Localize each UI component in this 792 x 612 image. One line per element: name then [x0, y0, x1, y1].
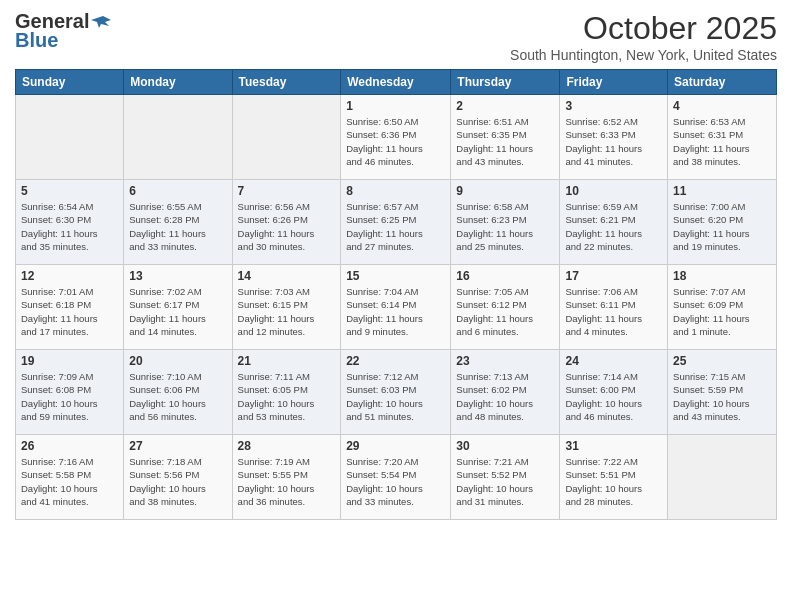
day-cell: 11Sunrise: 7:00 AMSunset: 6:20 PMDayligh…	[668, 180, 777, 265]
day-cell: 16Sunrise: 7:05 AMSunset: 6:12 PMDayligh…	[451, 265, 560, 350]
day-info: Sunrise: 7:12 AMSunset: 6:03 PMDaylight:…	[346, 370, 445, 423]
day-info: Sunrise: 7:09 AMSunset: 6:08 PMDaylight:…	[21, 370, 118, 423]
day-number: 8	[346, 184, 445, 198]
day-number: 23	[456, 354, 554, 368]
day-number: 15	[346, 269, 445, 283]
day-cell: 18Sunrise: 7:07 AMSunset: 6:09 PMDayligh…	[668, 265, 777, 350]
day-number: 11	[673, 184, 771, 198]
day-cell: 30Sunrise: 7:21 AMSunset: 5:52 PMDayligh…	[451, 435, 560, 520]
day-cell: 15Sunrise: 7:04 AMSunset: 6:14 PMDayligh…	[341, 265, 451, 350]
day-info: Sunrise: 7:13 AMSunset: 6:02 PMDaylight:…	[456, 370, 554, 423]
day-number: 4	[673, 99, 771, 113]
week-row-5: 26Sunrise: 7:16 AMSunset: 5:58 PMDayligh…	[16, 435, 777, 520]
day-info: Sunrise: 6:53 AMSunset: 6:31 PMDaylight:…	[673, 115, 771, 168]
week-row-4: 19Sunrise: 7:09 AMSunset: 6:08 PMDayligh…	[16, 350, 777, 435]
day-info: Sunrise: 6:58 AMSunset: 6:23 PMDaylight:…	[456, 200, 554, 253]
day-number: 19	[21, 354, 118, 368]
header-monday: Monday	[124, 70, 232, 95]
day-cell: 31Sunrise: 7:22 AMSunset: 5:51 PMDayligh…	[560, 435, 668, 520]
day-number: 26	[21, 439, 118, 453]
day-info: Sunrise: 7:15 AMSunset: 5:59 PMDaylight:…	[673, 370, 771, 423]
logo: General Blue	[15, 10, 111, 52]
day-cell: 25Sunrise: 7:15 AMSunset: 5:59 PMDayligh…	[668, 350, 777, 435]
day-cell: 4Sunrise: 6:53 AMSunset: 6:31 PMDaylight…	[668, 95, 777, 180]
logo-bird-icon	[91, 12, 111, 32]
logo-blue-text: Blue	[15, 29, 58, 52]
title-area: October 2025 South Huntington, New York,…	[510, 10, 777, 63]
svg-marker-0	[91, 16, 111, 28]
day-number: 28	[238, 439, 336, 453]
day-info: Sunrise: 7:07 AMSunset: 6:09 PMDaylight:…	[673, 285, 771, 338]
day-info: Sunrise: 7:02 AMSunset: 6:17 PMDaylight:…	[129, 285, 226, 338]
day-info: Sunrise: 6:50 AMSunset: 6:36 PMDaylight:…	[346, 115, 445, 168]
day-cell: 23Sunrise: 7:13 AMSunset: 6:02 PMDayligh…	[451, 350, 560, 435]
day-cell: 2Sunrise: 6:51 AMSunset: 6:35 PMDaylight…	[451, 95, 560, 180]
day-cell: 12Sunrise: 7:01 AMSunset: 6:18 PMDayligh…	[16, 265, 124, 350]
day-number: 21	[238, 354, 336, 368]
day-number: 29	[346, 439, 445, 453]
day-info: Sunrise: 7:19 AMSunset: 5:55 PMDaylight:…	[238, 455, 336, 508]
header-row: SundayMondayTuesdayWednesdayThursdayFrid…	[16, 70, 777, 95]
day-info: Sunrise: 7:22 AMSunset: 5:51 PMDaylight:…	[565, 455, 662, 508]
day-cell: 21Sunrise: 7:11 AMSunset: 6:05 PMDayligh…	[232, 350, 341, 435]
day-cell: 5Sunrise: 6:54 AMSunset: 6:30 PMDaylight…	[16, 180, 124, 265]
day-cell: 29Sunrise: 7:20 AMSunset: 5:54 PMDayligh…	[341, 435, 451, 520]
calendar-table: SundayMondayTuesdayWednesdayThursdayFrid…	[15, 69, 777, 520]
header-thursday: Thursday	[451, 70, 560, 95]
day-info: Sunrise: 6:52 AMSunset: 6:33 PMDaylight:…	[565, 115, 662, 168]
day-number: 5	[21, 184, 118, 198]
day-cell: 14Sunrise: 7:03 AMSunset: 6:15 PMDayligh…	[232, 265, 341, 350]
week-row-1: 1Sunrise: 6:50 AMSunset: 6:36 PMDaylight…	[16, 95, 777, 180]
day-info: Sunrise: 6:55 AMSunset: 6:28 PMDaylight:…	[129, 200, 226, 253]
day-info: Sunrise: 7:05 AMSunset: 6:12 PMDaylight:…	[456, 285, 554, 338]
day-number: 25	[673, 354, 771, 368]
day-number: 13	[129, 269, 226, 283]
day-info: Sunrise: 7:20 AMSunset: 5:54 PMDaylight:…	[346, 455, 445, 508]
day-cell: 7Sunrise: 6:56 AMSunset: 6:26 PMDaylight…	[232, 180, 341, 265]
day-number: 22	[346, 354, 445, 368]
day-number: 9	[456, 184, 554, 198]
day-cell	[668, 435, 777, 520]
day-number: 12	[21, 269, 118, 283]
day-cell: 9Sunrise: 6:58 AMSunset: 6:23 PMDaylight…	[451, 180, 560, 265]
day-number: 30	[456, 439, 554, 453]
week-row-2: 5Sunrise: 6:54 AMSunset: 6:30 PMDaylight…	[16, 180, 777, 265]
day-number: 6	[129, 184, 226, 198]
day-cell: 3Sunrise: 6:52 AMSunset: 6:33 PMDaylight…	[560, 95, 668, 180]
day-info: Sunrise: 7:06 AMSunset: 6:11 PMDaylight:…	[565, 285, 662, 338]
day-cell: 13Sunrise: 7:02 AMSunset: 6:17 PMDayligh…	[124, 265, 232, 350]
day-info: Sunrise: 7:16 AMSunset: 5:58 PMDaylight:…	[21, 455, 118, 508]
day-number: 18	[673, 269, 771, 283]
day-number: 3	[565, 99, 662, 113]
day-number: 10	[565, 184, 662, 198]
header-sunday: Sunday	[16, 70, 124, 95]
header-friday: Friday	[560, 70, 668, 95]
day-info: Sunrise: 7:04 AMSunset: 6:14 PMDaylight:…	[346, 285, 445, 338]
day-cell: 27Sunrise: 7:18 AMSunset: 5:56 PMDayligh…	[124, 435, 232, 520]
month-title: October 2025	[510, 10, 777, 47]
day-number: 24	[565, 354, 662, 368]
day-cell: 20Sunrise: 7:10 AMSunset: 6:06 PMDayligh…	[124, 350, 232, 435]
day-cell: 19Sunrise: 7:09 AMSunset: 6:08 PMDayligh…	[16, 350, 124, 435]
location-subtitle: South Huntington, New York, United State…	[510, 47, 777, 63]
day-cell: 6Sunrise: 6:55 AMSunset: 6:28 PMDaylight…	[124, 180, 232, 265]
day-info: Sunrise: 6:59 AMSunset: 6:21 PMDaylight:…	[565, 200, 662, 253]
day-cell: 24Sunrise: 7:14 AMSunset: 6:00 PMDayligh…	[560, 350, 668, 435]
day-number: 2	[456, 99, 554, 113]
day-info: Sunrise: 7:01 AMSunset: 6:18 PMDaylight:…	[21, 285, 118, 338]
day-info: Sunrise: 6:54 AMSunset: 6:30 PMDaylight:…	[21, 200, 118, 253]
week-row-3: 12Sunrise: 7:01 AMSunset: 6:18 PMDayligh…	[16, 265, 777, 350]
day-info: Sunrise: 7:14 AMSunset: 6:00 PMDaylight:…	[565, 370, 662, 423]
day-info: Sunrise: 7:21 AMSunset: 5:52 PMDaylight:…	[456, 455, 554, 508]
day-cell: 26Sunrise: 7:16 AMSunset: 5:58 PMDayligh…	[16, 435, 124, 520]
day-cell	[232, 95, 341, 180]
day-info: Sunrise: 6:57 AMSunset: 6:25 PMDaylight:…	[346, 200, 445, 253]
day-number: 7	[238, 184, 336, 198]
day-cell	[124, 95, 232, 180]
day-cell: 8Sunrise: 6:57 AMSunset: 6:25 PMDaylight…	[341, 180, 451, 265]
day-number: 17	[565, 269, 662, 283]
day-cell: 17Sunrise: 7:06 AMSunset: 6:11 PMDayligh…	[560, 265, 668, 350]
day-cell: 22Sunrise: 7:12 AMSunset: 6:03 PMDayligh…	[341, 350, 451, 435]
day-cell: 28Sunrise: 7:19 AMSunset: 5:55 PMDayligh…	[232, 435, 341, 520]
day-number: 20	[129, 354, 226, 368]
